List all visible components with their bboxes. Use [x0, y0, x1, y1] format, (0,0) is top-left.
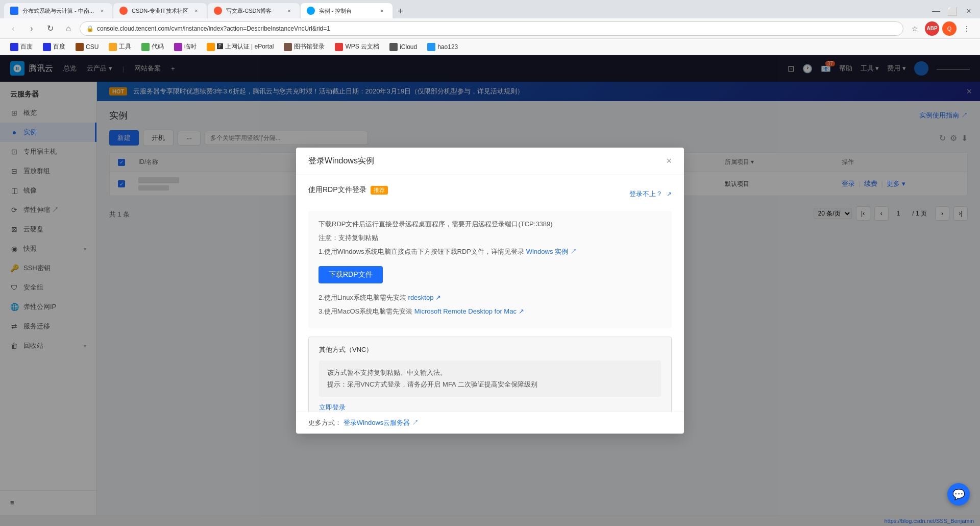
bookmark-favicon-baidu1	[10, 43, 18, 51]
bookmark-favicon-csu	[76, 43, 84, 51]
bookmark-favicon-eportal	[207, 43, 215, 51]
bookmark-temp[interactable]: 临时	[170, 40, 201, 53]
bookmark-eportal[interactable]: 🅿 上网认证 | ePortal	[203, 40, 278, 53]
user-avatar-button[interactable]: Q	[942, 21, 957, 36]
bookmark-favicon-baidu2	[43, 43, 51, 51]
bookmark-favicon-temp	[174, 43, 182, 51]
tab-label-4: 实例 - 控制台	[319, 7, 352, 15]
menu-button[interactable]: ⋮	[960, 21, 974, 36]
modal-title: 登录Windows实例	[308, 156, 374, 166]
address-bar[interactable]: 🔒 console.cloud.tencent.com/cvm/instance…	[80, 21, 903, 36]
bookmark-label-icloud: iCloud	[400, 43, 417, 51]
new-tab-button[interactable]: +	[394, 4, 408, 18]
tab-close-4[interactable]: ×	[378, 7, 386, 15]
modal-overlay[interactable]: 登录Windows实例 × 使用RDP文件登录 推荐 登录不上？ ↗ 下载RD	[0, 55, 980, 526]
tab-4[interactable]: 实例 - 控制台 ×	[301, 3, 393, 18]
refresh-button[interactable]: ↻	[43, 21, 57, 36]
mac-rdp-link[interactable]: Microsoft Remote Desktop for Mac ↗	[414, 307, 524, 315]
external-link-icon: ↗	[667, 190, 672, 198]
back-button[interactable]: ‹	[6, 21, 20, 36]
bookmark-code[interactable]: 代码	[137, 40, 168, 53]
tab-bar: 分布式系统与云计算 - 中南... × CSDN-专业IT技术社区 × 写文章-…	[0, 0, 980, 18]
bookmark-baidu2[interactable]: 百度	[39, 40, 69, 53]
minimize-button[interactable]: —	[929, 4, 943, 18]
bookmark-star-icon[interactable]: ☆	[908, 21, 922, 36]
tab-close-3[interactable]: ×	[285, 7, 293, 15]
tab-2[interactable]: CSDN-专业IT技术社区 ×	[113, 3, 207, 18]
rdp-line3: 1.使用Windows系统电脑直接点击下方按钮下载RDP文件，详情见登录 Win…	[318, 247, 662, 257]
bookmark-label-lib: 图书馆登录	[294, 42, 325, 51]
tab-label-2: CSDN-专业IT技术社区	[132, 7, 188, 15]
bookmark-label-hao123: hao123	[437, 43, 458, 51]
abp-button[interactable]: ABP	[925, 21, 939, 36]
modal-close-button[interactable]: ×	[666, 156, 672, 166]
bookmark-icloud[interactable]: iCloud	[385, 41, 421, 53]
bookmark-favicon-hao123	[427, 43, 435, 51]
close-button[interactable]: ×	[962, 4, 976, 18]
tab-label-3: 写文章-CSDN博客	[226, 7, 272, 15]
vnc-login-link[interactable]: 立即登录	[319, 403, 346, 411]
bookmark-tool[interactable]: 工具	[105, 40, 135, 53]
vnc-section: 其他方式（VNC） 该方式暂不支持复制粘贴、中文输入法。 提示：采用VNC方式登…	[308, 337, 672, 412]
download-rdp-button[interactable]: 下载RDP文件	[318, 266, 383, 283]
rdesktop-link[interactable]: rdesktop ↗	[408, 294, 441, 301]
forward-button[interactable]: ›	[24, 21, 39, 36]
rdp-section-header: 使用RDP文件登录 推荐 登录不上？ ↗	[308, 185, 672, 203]
rdp-label-text: 使用RDP文件登录	[308, 185, 366, 195]
more-methods-link[interactable]: 登录Windows云服务器 ↗	[344, 419, 419, 426]
tab-label-1: 分布式系统与云计算 - 中南...	[22, 7, 94, 15]
tab-favicon-2	[119, 7, 128, 15]
tab-close-1[interactable]: ×	[98, 7, 106, 15]
login-hint-link[interactable]: 登录不上？	[629, 190, 663, 198]
tab-close-2[interactable]: ×	[192, 7, 201, 15]
vnc-title: 其他方式（VNC）	[319, 345, 661, 354]
bookmark-label-eportal: 🅿 上网认证 | ePortal	[217, 42, 274, 51]
modal-header: 登录Windows实例 ×	[296, 148, 684, 175]
bookmark-favicon-lib	[284, 43, 292, 51]
bookmark-label-tool: 工具	[119, 42, 131, 51]
bookmark-csu[interactable]: CSU	[71, 41, 103, 53]
chat-button[interactable]: 💬	[947, 483, 970, 506]
tab-favicon-4	[307, 7, 315, 15]
bookmark-favicon-tool	[109, 43, 117, 51]
bookmark-favicon-icloud	[389, 43, 398, 51]
tab-favicon-3	[214, 7, 222, 15]
bookmark-wps[interactable]: WPS 云文档	[331, 40, 383, 53]
vnc-login-area: 立即登录	[319, 403, 661, 412]
modal-body: 使用RDP文件登录 推荐 登录不上？ ↗ 下载RDP文件后运行直接登录远程桌面程…	[296, 175, 684, 412]
tab-1[interactable]: 分布式系统与云计算 - 中南... ×	[4, 3, 112, 18]
tab-favicon-1	[10, 7, 18, 15]
address-text: console.cloud.tencent.com/cvm/instance/i…	[97, 25, 897, 32]
bookmark-label-csu: CSU	[86, 43, 99, 51]
bookmark-label-code: 代码	[152, 42, 164, 51]
bookmark-label-wps: WPS 云文档	[345, 42, 379, 51]
download-btn-area: 下载RDP文件	[318, 262, 662, 288]
rdp-line4: 2.使用Linux系统电脑需先安装 rdesktop ↗	[318, 293, 662, 303]
bookmark-favicon-wps	[335, 43, 343, 51]
recommend-badge: 推荐	[371, 186, 388, 195]
tab-3[interactable]: 写文章-CSDN博客 ×	[208, 3, 300, 18]
bookmark-label-temp: 临时	[184, 42, 197, 51]
footer-prefix: 更多方式：	[308, 419, 341, 426]
modal-footer: 更多方式： 登录Windows云服务器 ↗	[296, 412, 684, 434]
rdp-line2: 注意：支持复制粘贴	[318, 233, 662, 244]
maximize-button[interactable]: ⬜	[945, 4, 960, 18]
vnc-note2: 提示：采用VNC方式登录，请务必开启 MFA 二次验证提高安全保障级别	[327, 378, 653, 390]
browser-window: 分布式系统与云计算 - 中南... × CSDN-专业IT技术社区 × 写文章-…	[0, 0, 980, 526]
bookmarks-bar: 百度 百度 CSU 工具 代码 临时 🅿 上网认证 | ePortal 图书	[0, 39, 980, 55]
bookmark-label-baidu1: 百度	[20, 42, 33, 51]
login-windows-modal: 登录Windows实例 × 使用RDP文件登录 推荐 登录不上？ ↗ 下载RD	[296, 148, 684, 434]
bookmark-baidu1[interactable]: 百度	[6, 40, 37, 53]
rdp-line1: 下载RDP文件后运行直接登录远程桌面程序，需要开启远程登录端口(TCP:3389…	[318, 219, 662, 230]
rdp-content-box: 下载RDP文件后运行直接登录远程桌面程序，需要开启远程登录端口(TCP:3389…	[308, 211, 672, 328]
login-hint-area: 登录不上？ ↗	[629, 189, 672, 199]
vnc-content-box: 该方式暂不支持复制粘贴、中文输入法。 提示：采用VNC方式登录，请务必开启 MF…	[319, 361, 661, 397]
rdp-section-label: 使用RDP文件登录 推荐	[308, 185, 388, 195]
bookmark-lib[interactable]: 图书馆登录	[280, 40, 329, 53]
home-button[interactable]: ⌂	[61, 21, 76, 36]
bookmark-favicon-code	[141, 43, 150, 51]
browser-actions: ☆ ABP Q ⋮	[908, 21, 974, 36]
bookmark-hao123[interactable]: hao123	[423, 41, 462, 53]
windows-instance-link[interactable]: Windows 实例 ↗	[526, 248, 577, 255]
rdp-line5: 3.使用MacOS系统电脑需先安装 Microsoft Remote Deskt…	[318, 306, 662, 317]
